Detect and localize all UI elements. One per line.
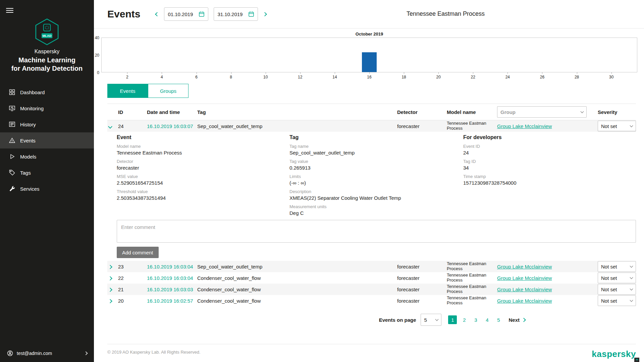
expand-chevron-icon[interactable] <box>108 288 112 292</box>
chevron-down-icon <box>630 298 633 302</box>
x-axis-tick: 26 <box>540 75 544 79</box>
severity-select[interactable]: Not set <box>598 284 636 295</box>
x-axis-tickmark <box>300 72 301 74</box>
chevron-down-icon <box>630 287 633 290</box>
field-value: Deg C <box>289 210 463 216</box>
per-page-select[interactable]: 5 <box>421 314 441 326</box>
event-group-link[interactable]: Group Lake Mcclainview <box>497 287 552 292</box>
severity-value: Not set <box>601 264 617 269</box>
hamburger-menu-icon[interactable] <box>6 7 13 14</box>
page-button-1[interactable]: 1 <box>448 315 457 324</box>
event-datetime-link[interactable]: 16.10.2019 16:03:04 <box>147 275 193 281</box>
event-group-link[interactable]: Group Lake Mcclainview <box>497 264 552 269</box>
event-group-link[interactable]: Group Lake Mcclainview <box>497 123 552 129</box>
sidebar-item-services[interactable]: Services <box>0 181 94 197</box>
col-header-tag: Tag <box>197 109 397 115</box>
table-row[interactable]: 23 16.10.2019 16:03:04 Sep_cool_water_ou… <box>107 261 636 272</box>
page-title: Events <box>107 8 140 20</box>
table-row[interactable]: 21 16.10.2019 16:03:03 Condenser_cool_wa… <box>107 284 636 295</box>
monitoring-icon <box>9 105 15 112</box>
sidebar-item-dashboard[interactable]: Dashboard <box>0 84 94 100</box>
event-datetime-link[interactable]: 16.10.2019 16:02:57 <box>147 298 193 304</box>
event-model: Tennessee Eastman Process <box>447 261 497 272</box>
sidebar-item-history[interactable]: History <box>0 116 94 132</box>
group-filter-select[interactable]: Group <box>497 106 587 118</box>
page-button-4[interactable]: 4 <box>483 315 491 324</box>
event-tag: Sep_cool_water_outlet_temp <box>197 123 397 129</box>
page-button-3[interactable]: 3 <box>472 315 480 324</box>
table-row[interactable]: 20 16.10.2019 16:02:57 Condenser_cool_wa… <box>107 295 636 306</box>
chart-title: October 2019 <box>101 32 637 38</box>
field-value: 2.529051654725154 <box>117 180 289 186</box>
event-detector: forecaster <box>397 287 447 292</box>
table-row[interactable]: 24 16.10.2019 16:03:07 Sep_cool_water_ou… <box>107 120 636 132</box>
date-from-input[interactable] <box>168 11 197 17</box>
x-axis-tick: 22 <box>471 75 475 79</box>
x-axis-tick: 18 <box>401 75 406 79</box>
severity-select[interactable]: Not set <box>598 295 636 306</box>
add-comment-button[interactable]: Add comment <box>117 247 159 258</box>
sidebar-item-events[interactable]: Events <box>0 132 94 148</box>
event-detector: forecaster <box>397 275 447 281</box>
user-icon <box>7 350 13 357</box>
sidebar-item-tags[interactable]: Tags <box>0 165 94 181</box>
sidebar-item-label: Monitoring <box>20 106 44 111</box>
sidebar-item-monitoring[interactable]: Monitoring <box>0 100 94 116</box>
user-account-button[interactable]: test@admin.com <box>0 345 94 362</box>
detail-developers-section: For developers Event ID24 Tag ID34 Time … <box>463 134 636 216</box>
chart-bar[interactable] <box>362 52 377 72</box>
event-detector: forecaster <box>397 123 447 129</box>
event-group-link[interactable]: Group Lake Mcclainview <box>497 275 552 281</box>
comment-input[interactable] <box>117 220 636 243</box>
expand-chevron-icon[interactable] <box>108 265 112 269</box>
calendar-icon[interactable] <box>248 11 254 17</box>
x-axis-tick: 14 <box>332 75 337 79</box>
next-period-chevron-icon[interactable] <box>263 12 267 16</box>
x-axis-tick: 6 <box>195 75 198 79</box>
expand-chevron-icon[interactable] <box>108 276 112 281</box>
x-axis-tick: 24 <box>505 75 510 79</box>
next-page-button[interactable]: Next <box>508 317 525 323</box>
event-datetime-link[interactable]: 16.10.2019 16:03:03 <box>147 287 193 292</box>
tab-events[interactable]: Events <box>107 84 148 98</box>
col-header-detector: Detector <box>397 109 447 115</box>
chevron-right-icon[interactable] <box>84 351 88 355</box>
page-button-5[interactable]: 5 <box>494 315 502 324</box>
date-range-controls <box>156 7 266 21</box>
date-to-input[interactable] <box>217 11 246 17</box>
calendar-icon[interactable] <box>199 11 205 17</box>
pagination: Events on page 5 1 2 3 4 5 Next <box>107 314 636 326</box>
x-axis-tickmark <box>507 72 508 74</box>
sidebar-item-label: Dashboard <box>20 89 45 95</box>
expand-chevron-icon[interactable] <box>108 299 112 303</box>
tab-groups[interactable]: Groups <box>148 84 189 98</box>
event-id: 21 <box>118 287 147 292</box>
severity-select[interactable]: Not set <box>598 273 636 283</box>
scroll-corner-widget[interactable] <box>634 358 639 362</box>
chevron-down-icon <box>630 264 633 267</box>
chevron-down-icon <box>630 124 633 127</box>
tags-icon <box>9 169 15 176</box>
severity-select[interactable]: Not set <box>598 121 636 131</box>
table-row[interactable]: 22 16.10.2019 16:03:04 Condenser_cool_wa… <box>107 272 636 284</box>
date-from-field[interactable] <box>164 7 208 21</box>
severity-select[interactable]: Not set <box>598 261 636 272</box>
events-chart: October 2019 40 20 0 2468101214161820222… <box>101 28 637 81</box>
prev-period-chevron-icon[interactable] <box>155 12 160 16</box>
x-axis-tick: 28 <box>575 75 579 79</box>
sidebar-item-models[interactable]: Models <box>0 148 94 165</box>
event-model: Tennessee Eastman Process <box>447 284 497 294</box>
collapse-chevron-icon[interactable] <box>108 124 112 129</box>
page-button-2[interactable]: 2 <box>460 315 468 324</box>
field-value: 24 <box>463 150 636 156</box>
dashboard-icon <box>9 89 15 96</box>
date-to-field[interactable] <box>214 7 258 21</box>
event-datetime-link[interactable]: 16.10.2019 16:03:04 <box>147 264 193 269</box>
event-id: 22 <box>118 275 147 281</box>
events-warning-icon <box>9 137 15 144</box>
event-group-link[interactable]: Group Lake Mcclainview <box>497 298 552 304</box>
sidebar-item-label: Tags <box>20 170 31 176</box>
event-datetime-link[interactable]: 16.10.2019 16:03:07 <box>147 123 193 129</box>
services-wrench-icon <box>9 185 15 192</box>
event-tag: Condenser_cool_water_flow <box>197 298 397 304</box>
